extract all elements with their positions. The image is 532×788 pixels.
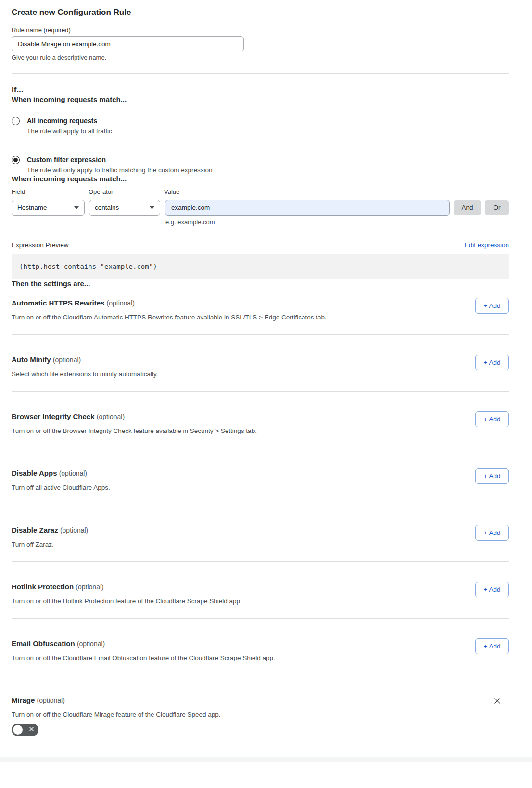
add-button[interactable]: + Add: [475, 582, 509, 597]
setting-description: Select which file extensions to minify a…: [12, 370, 475, 378]
radio-label: All incoming requests: [27, 116, 112, 125]
rule-name-input[interactable]: [12, 36, 244, 51]
if-heading: If...: [12, 85, 509, 95]
optional-suffix: (optional): [76, 583, 103, 591]
field-select-value: Hostname: [17, 204, 47, 211]
rule-name-label: Rule name (required): [12, 26, 509, 34]
setting-row-email-obfuscation: Email Obfuscation (optional) Turn on or …: [12, 619, 509, 675]
radio-icon[interactable]: [12, 117, 20, 125]
add-button[interactable]: + Add: [475, 411, 509, 427]
setting-row-auto-minify: Auto Minify (optional) Select which file…: [12, 335, 509, 392]
chevron-down-icon: [150, 206, 154, 209]
chevron-down-icon: [74, 206, 79, 209]
setting-row-disable-zaraz: Disable Zaraz (optional) Turn off Zaraz.…: [12, 505, 509, 562]
remove-mirage-button[interactable]: [493, 696, 502, 706]
expression-preview-box: (http.host contains "example.com"): [12, 254, 509, 279]
and-button[interactable]: And: [454, 200, 481, 215]
setting-row-automatic-https-rewrites: Automatic HTTPS Rewrites (optional) Turn…: [12, 288, 509, 335]
toggle-off-x-icon: [29, 726, 34, 732]
setting-description: Turn off Zaraz.: [12, 541, 475, 548]
add-button[interactable]: + Add: [475, 638, 509, 654]
optional-suffix: (optional): [59, 470, 87, 477]
radio-option-all-requests[interactable]: All incoming requests The rule will appl…: [12, 116, 509, 135]
add-button[interactable]: + Add: [475, 468, 509, 484]
field-select[interactable]: Hostname: [12, 200, 85, 216]
setting-title: Auto Minify: [12, 356, 51, 364]
match-heading: When incoming requests match...: [12, 95, 509, 104]
radio-label: Custom filter expression: [27, 155, 212, 164]
optional-suffix: (optional): [53, 356, 81, 364]
operator-select-value: contains: [95, 204, 119, 211]
add-button[interactable]: + Add: [475, 525, 509, 541]
radio-description: The rule will apply to all traffic: [27, 127, 112, 135]
optional-suffix: (optional): [60, 526, 88, 534]
builder-labels: Field Operator Value: [12, 188, 509, 196]
page-title: Create new Configuration Rule: [12, 7, 509, 17]
close-icon: [494, 697, 501, 705]
rule-name-help: Give your rule a descriptive name.: [12, 54, 509, 61]
value-input[interactable]: [165, 200, 450, 216]
radio-selected-icon[interactable]: [12, 156, 20, 164]
setting-title: Mirage: [12, 696, 35, 704]
optional-suffix: (optional): [107, 299, 135, 307]
optional-suffix: (optional): [37, 697, 65, 704]
setting-description: Turn off all active Cloudflare Apps.: [12, 484, 475, 492]
setting-title: Email Obfuscation: [12, 639, 75, 648]
value-hint: e.g. example.com: [165, 218, 509, 226]
setting-description: Turn on or off the Cloudflare Email Obfu…: [12, 654, 475, 662]
setting-row-mirage: Mirage (optional) Turn on or off the Clo…: [12, 675, 509, 751]
or-button[interactable]: Or: [485, 200, 509, 215]
expression-builder-row: Hostname contains And Or: [12, 200, 509, 216]
setting-description: Turn on or off the Browser Integrity Che…: [12, 427, 475, 435]
edit-expression-link[interactable]: Edit expression: [465, 241, 509, 250]
setting-row-browser-integrity-check: Browser Integrity Check (optional) Turn …: [12, 392, 509, 448]
radio-option-custom-expression[interactable]: Custom filter expression The rule will o…: [12, 155, 509, 174]
radio-description: The rule will only apply to traffic matc…: [27, 166, 212, 174]
footer-band: [0, 757, 532, 762]
operator-select[interactable]: contains: [89, 200, 160, 216]
setting-description: Turn on or off the Cloudflare Mirage fea…: [12, 711, 493, 719]
section-divider: [12, 73, 509, 74]
setting-title: Disable Apps: [12, 469, 57, 477]
setting-title: Disable Zaraz: [12, 526, 58, 534]
field-label: Field: [12, 188, 89, 196]
setting-title: Hotlink Protection: [12, 583, 74, 591]
setting-row-hotlink-protection: Hotlink Protection (optional) Turn on or…: [12, 562, 509, 619]
add-button[interactable]: + Add: [475, 355, 509, 370]
operator-label: Operator: [89, 188, 164, 196]
setting-title: Automatic HTTPS Rewrites: [12, 299, 104, 307]
then-settings-heading: Then the settings are...: [12, 279, 509, 288]
add-button[interactable]: + Add: [475, 298, 509, 314]
setting-description: Turn on or off the Hotlink Protection fe…: [12, 597, 475, 605]
optional-suffix: (optional): [97, 413, 125, 420]
expression-preview-label: Expression Preview: [12, 241, 69, 250]
optional-suffix: (optional): [77, 640, 105, 648]
mirage-toggle[interactable]: [12, 724, 38, 736]
value-label: Value: [164, 188, 179, 196]
setting-row-disable-apps: Disable Apps (optional) Turn off all act…: [12, 448, 509, 505]
builder-heading: When incoming requests match...: [12, 174, 509, 183]
create-configuration-rule-page: Create new Configuration Rule Rule name …: [0, 0, 532, 751]
setting-title: Browser Integrity Check: [12, 412, 95, 420]
toggle-knob: [13, 725, 23, 735]
setting-description: Turn on or off the Cloudflare Automatic …: [12, 314, 475, 321]
expression-code: (http.host contains "example.com"): [19, 263, 157, 270]
